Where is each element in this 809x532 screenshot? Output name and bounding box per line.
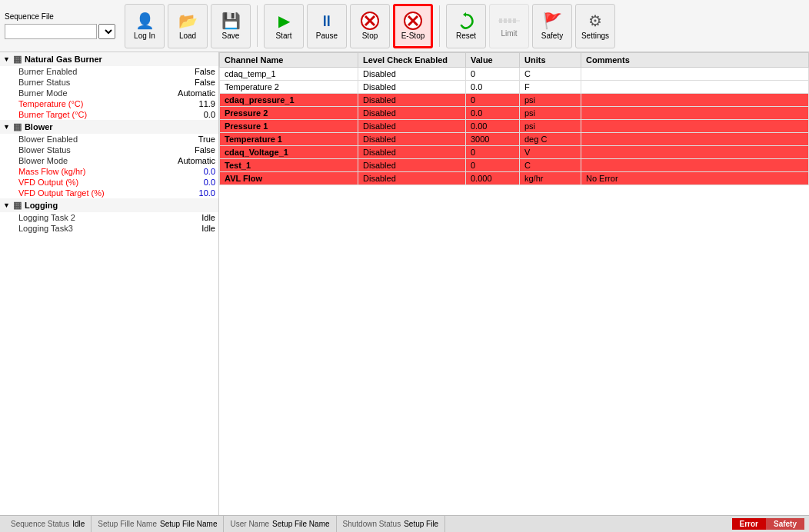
- item-burner-status: Burner Status False: [0, 77, 218, 88]
- cell-r6-c4: [581, 146, 809, 159]
- cell-r8-c4: No Error: [581, 172, 809, 185]
- sequence-file-dropdown[interactable]: [98, 24, 115, 39]
- group-label-blower: Blower: [25, 122, 53, 131]
- table-row[interactable]: Pressure 1Disabled0.00psi: [220, 120, 809, 133]
- stop-button[interactable]: Stop: [350, 4, 390, 48]
- cell-r8-c2: 0.000: [466, 172, 520, 185]
- group-blower: ▼ ▦ Blower Blower Enabled True Blower St…: [0, 120, 218, 198]
- tree-content: ▼ ▦ Natural Gas Burner Burner Enabled Fa…: [0, 52, 218, 234]
- cell-r4-c3: psi: [520, 120, 581, 133]
- table-row[interactable]: AVL FlowDisabled0.000kg/hrNo Error: [220, 172, 809, 185]
- load-button[interactable]: 📂 Load: [168, 4, 208, 48]
- table-row[interactable]: Temperature 1Disabled3000deg C: [220, 133, 809, 146]
- item-label-logging-task2: Logging Task 2: [18, 213, 198, 222]
- load-label: Load: [179, 32, 196, 40]
- sequence-status-label: Sequence Status: [11, 520, 69, 528]
- sequence-file-section: Sequence File: [5, 12, 115, 39]
- table-row[interactable]: cdaq_Voltage_1Disabled0V: [220, 146, 809, 159]
- main-area: ▼ ▦ Natural Gas Burner Burner Enabled Fa…: [0, 52, 809, 515]
- cell-r5-c0: Temperature 1: [220, 133, 358, 146]
- group-header-blower[interactable]: ▼ ▦ Blower: [0, 120, 218, 134]
- cell-r1-c0: Temperature 2: [220, 81, 358, 94]
- item-blower-status: Blower Status False: [0, 145, 218, 155]
- item-label-blower-status: Blower Status: [18, 145, 191, 155]
- item-value-vfd-output: 0.0: [204, 178, 215, 187]
- start-button[interactable]: ▶ Start: [264, 4, 304, 48]
- limit-label: Limit: [501, 29, 517, 38]
- cell-r6-c3: V: [520, 146, 581, 159]
- cell-r2-c2: 0: [466, 94, 520, 107]
- cell-r6-c0: cdaq_Voltage_1: [220, 146, 358, 159]
- group-natural-gas-burner: ▼ ▦ Natural Gas Burner Burner Enabled Fa…: [0, 52, 218, 120]
- pause-button[interactable]: ⏸ Pause: [307, 4, 347, 48]
- divider-2: [439, 5, 440, 47]
- item-label-burner-status: Burner Status: [18, 78, 191, 87]
- group-items-logging: Logging Task 2 Idle Logging Task3 Idle: [0, 212, 218, 234]
- table-row[interactable]: cdaq_pressure_1Disabled0psi: [220, 94, 809, 107]
- cell-r1-c3: F: [520, 81, 581, 94]
- item-blower-mode: Blower Mode Automatic: [0, 155, 218, 166]
- load-icon: 📂: [178, 12, 198, 30]
- item-value-vfd-output-target: 10.0: [199, 188, 215, 198]
- group-icon-blower: ▦: [13, 121, 22, 132]
- status-bar: Sequence Status Idle Setup Fille Name Se…: [0, 515, 809, 532]
- col-comments: Comments: [581, 53, 809, 68]
- cell-r3-c3: psi: [520, 107, 581, 120]
- shutdown-status-label: Shutdown Status: [343, 520, 401, 528]
- table-row[interactable]: Temperature 2Disabled0.0F: [220, 81, 809, 94]
- save-button[interactable]: 💾 Save: [211, 4, 251, 48]
- login-button[interactable]: 👤 Log In: [125, 4, 165, 48]
- divider-1: [257, 5, 258, 47]
- item-mass-flow: Mass Flow (kg/hr) 0.0: [0, 166, 218, 177]
- item-vfd-output: VFD Output (%) 0.0: [0, 177, 218, 188]
- pause-label: Pause: [316, 32, 338, 40]
- cell-r8-c1: Disabled: [358, 172, 466, 185]
- estop-label: E-Stop: [401, 32, 425, 40]
- safety-button[interactable]: 🚩 Safety: [532, 4, 572, 48]
- table-row[interactable]: Pressure 2Disabled0.0psi: [220, 107, 809, 120]
- item-value-blower-enabled: True: [198, 135, 215, 144]
- item-burner-mode: Burner Mode Automatic: [0, 88, 218, 98]
- item-label-burner-mode: Burner Mode: [18, 88, 175, 98]
- safety-status-label: Safety: [774, 520, 797, 528]
- sequence-file-input[interactable]: [5, 24, 97, 39]
- group-header-logging[interactable]: ▼ ▦ Logging: [0, 198, 218, 212]
- item-value-burner-mode: Automatic: [178, 88, 215, 98]
- item-burner-target: Burner Target (°C) 0.0: [0, 109, 218, 120]
- cell-r4-c0: Pressure 1: [220, 120, 358, 133]
- cell-r0-c1: Disabled: [358, 68, 466, 81]
- safety-icon: 🚩: [543, 12, 562, 30]
- safety-label: Safety: [541, 32, 563, 40]
- cell-r4-c4: [581, 120, 809, 133]
- table-body: cdaq_temp_1Disabled0CTemperature 2Disabl…: [220, 68, 809, 185]
- table-row[interactable]: cdaq_temp_1Disabled0C: [220, 68, 809, 81]
- cell-r2-c0: cdaq_pressure_1: [220, 94, 358, 107]
- table-scroll[interactable]: Channel Name Level Check Enabled Value U…: [219, 52, 809, 515]
- cell-r4-c1: Disabled: [358, 120, 466, 133]
- group-icon-ngb: ▦: [13, 54, 22, 65]
- settings-label: Settings: [581, 32, 609, 40]
- item-burner-enabled: Burner Enabled False: [0, 66, 218, 77]
- sequence-status-value: Idle: [72, 520, 85, 528]
- cell-r7-c1: Disabled: [358, 159, 466, 172]
- limit-button[interactable]: Limit: [489, 4, 529, 48]
- cell-r0-c3: C: [520, 68, 581, 81]
- reset-button[interactable]: Reset: [446, 4, 486, 48]
- svg-marker-6: [463, 12, 466, 17]
- item-value-blower-mode: Automatic: [178, 156, 215, 165]
- stop-label: Stop: [362, 32, 378, 40]
- reset-label: Reset: [456, 32, 476, 40]
- cell-r7-c3: C: [520, 159, 581, 172]
- estop-button[interactable]: E-Stop: [393, 4, 433, 48]
- cell-r0-c4: [581, 68, 809, 81]
- table-row[interactable]: Test_1Disabled0C: [220, 159, 809, 172]
- user-name-label: User Name: [230, 520, 269, 528]
- item-logging-task3: Logging Task3 Idle: [0, 223, 218, 234]
- group-logging: ▼ ▦ Logging Logging Task 2 Idle Logging …: [0, 198, 218, 234]
- settings-button[interactable]: ⚙ Settings: [575, 4, 615, 48]
- user-name-value: Setup File Name: [272, 520, 329, 528]
- group-header-natural-gas-burner[interactable]: ▼ ▦ Natural Gas Burner: [0, 52, 218, 66]
- setup-file-value: Setup File Name: [160, 520, 217, 528]
- status-user: User Name Setup File Name: [224, 516, 336, 532]
- col-value: Value: [466, 53, 520, 68]
